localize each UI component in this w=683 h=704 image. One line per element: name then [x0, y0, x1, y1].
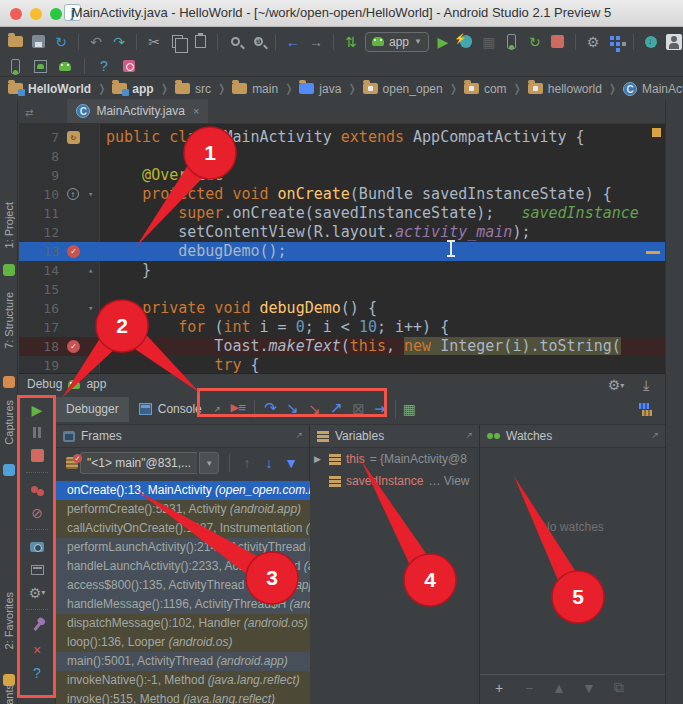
frame-row[interactable]: handleLaunchActivity():2233, ActivityThr… [56, 557, 310, 576]
profile-icon[interactable]: ▦ [480, 33, 498, 51]
frame-row[interactable]: loop():136, Looper (android.os) [56, 633, 310, 652]
android-avd-icon[interactable] [56, 57, 74, 75]
copy-watch-button[interactable]: ⧉ [610, 679, 628, 697]
variable-row[interactable]: ▶this = {MainActivity@8 [310, 448, 479, 470]
resume-button[interactable]: ▶ [27, 401, 47, 418]
mute-breakpoints-button[interactable]: ⊘ [27, 504, 47, 521]
pin-tab-button[interactable] [27, 618, 47, 635]
variable-row[interactable]: savedInstance… View [310, 470, 479, 492]
float-panel-icon[interactable]: ↗ [465, 430, 473, 440]
breadcrumb-item-src[interactable]: src [175, 82, 211, 96]
filter-frames-icon[interactable]: ▼ [282, 454, 300, 472]
breadcrumb-item-mainactivity[interactable]: CMainActivity [623, 82, 683, 96]
synchronize-icon[interactable]: ↻ [52, 33, 70, 51]
add-watch-button[interactable]: + [490, 679, 508, 697]
run-to-cursor-icon[interactable]: ⇥ [369, 399, 391, 419]
gradle-sync-icon[interactable] [642, 33, 660, 51]
code-line-14[interactable]: 14▴ } [19, 261, 665, 280]
frame-up-icon[interactable]: ↑ [238, 454, 256, 472]
tool-button-build-variants[interactable]: Build Variants [3, 684, 15, 704]
frame-row[interactable]: invoke():515, Method (java.lang.reflect) [56, 690, 310, 704]
code-line-16[interactable]: 16▾ private void debugDemo() { [19, 299, 665, 318]
remove-watch-button[interactable]: − [520, 679, 538, 697]
threads-view-icon[interactable] [633, 399, 655, 419]
run-icon[interactable]: ▶ [434, 33, 452, 51]
breadcrumb-item-open_open[interactable]: open_open [363, 82, 443, 96]
frame-row[interactable]: handleMessage():1196, ActivityThread$H (… [56, 595, 310, 614]
undo-icon[interactable]: ↶ [87, 33, 105, 51]
close-tab-icon[interactable]: × [193, 105, 199, 117]
breadcrumb-item-com[interactable]: com [464, 82, 507, 96]
step-over-icon[interactable]: ↷ [259, 399, 281, 419]
tab-mainactivity-java[interactable]: C MainActivity.java × [67, 99, 208, 123]
thread-selector[interactable]: "<1> main"@831,... [80, 452, 197, 474]
code-line-15[interactable]: 15 [19, 280, 665, 299]
copy-icon[interactable] [168, 33, 186, 51]
line-ordering-icon[interactable]: ⇅ [342, 33, 360, 51]
view-breakpoints-button[interactable] [27, 481, 47, 498]
tab-console[interactable]: Console [129, 397, 212, 422]
pause-button[interactable] [27, 424, 47, 441]
frame-row[interactable]: callActivityOnCreate():1087, Instrumenta… [56, 519, 310, 538]
breadcrumb-item-main[interactable]: main [232, 82, 278, 96]
stop-button[interactable] [27, 447, 47, 464]
float-panel-icon[interactable]: ↗ [295, 430, 303, 440]
help-icon[interactable]: ? [95, 57, 113, 75]
code-line-19[interactable]: 19 try { [19, 356, 665, 373]
code-line-12[interactable]: 12 setContentView(R.layout.activity_main… [19, 223, 665, 242]
frame-row[interactable]: access$800():135, ActivityThread (androi… [56, 576, 310, 595]
code-line-13[interactable]: 13✓ debugDemo(); [19, 242, 665, 261]
move-watch-down-button[interactable]: ▼ [580, 679, 598, 697]
show-execution-point-icon[interactable] [228, 399, 250, 419]
redo-icon[interactable]: ↷ [110, 33, 128, 51]
debug-settings-gear-icon[interactable]: ⚙▾ [607, 376, 625, 394]
code-line-8[interactable]: 8 [19, 147, 665, 166]
breadcrumb-item-app[interactable]: app [112, 82, 153, 96]
find-icon[interactable] [226, 33, 244, 51]
drop-frame-icon[interactable]: ⊠ [347, 399, 369, 419]
code-line-18[interactable]: 18✓ Toast.makeText(this, new Integer(i).… [19, 337, 665, 356]
tool-button-captures[interactable]: Captures [3, 400, 15, 445]
replace-icon[interactable] [249, 33, 267, 51]
tool-button----project[interactable]: 1: Project [3, 202, 15, 248]
title-bar[interactable]: j MainActivity.java - HelloWorld - [~/wo… [0, 0, 683, 27]
breakpoint-icon[interactable]: ✓ [67, 340, 80, 353]
project-tool-icon[interactable] [3, 264, 15, 276]
code-line-9[interactable]: 9 @Override [19, 166, 665, 185]
float-panel-icon[interactable]: ↗ [651, 430, 659, 440]
expand-icon[interactable]: ▶ [314, 454, 324, 464]
attach-device-icon[interactable] [503, 33, 521, 51]
step-into-icon[interactable]: ↘ [281, 399, 303, 419]
captures-tool-icon[interactable] [3, 464, 15, 476]
project-structure-icon[interactable] [607, 33, 625, 51]
float-console-icon[interactable]: ↗ [214, 405, 221, 414]
tab-list-icon[interactable]: ⇄ [25, 107, 33, 118]
breadcrumb-item-java[interactable]: java [299, 82, 341, 96]
avd-manager-icon[interactable] [665, 33, 683, 51]
android-sdk-icon[interactable] [31, 57, 49, 75]
hide-window-icon[interactable]: ⤓ [637, 376, 655, 394]
sdk-manager-icon[interactable]: ⚙ [584, 33, 602, 51]
frame-row[interactable]: onCreate():13, MainActivity (open_open.c… [56, 481, 310, 500]
run-configuration-selector[interactable]: app▼ [365, 32, 429, 52]
save-all-icon[interactable] [29, 33, 47, 51]
screenshot-button[interactable] [27, 538, 47, 555]
screen-record-icon[interactable] [120, 57, 138, 75]
frame-row[interactable]: main():5001, ActivityThread (android.app… [56, 652, 310, 671]
related-symbol-icon[interactable]: ↻ [67, 131, 80, 144]
step-out-icon[interactable]: ↗ [325, 399, 347, 419]
breadcrumb-item-helloworld[interactable]: HelloWorld [8, 82, 91, 96]
evaluate-expression-icon[interactable]: ▦ [400, 400, 418, 418]
stop-icon[interactable] [549, 33, 567, 51]
paste-icon[interactable] [191, 33, 209, 51]
structure-tool-icon[interactable] [3, 376, 15, 388]
back-icon[interactable]: ← [284, 33, 302, 51]
frame-row[interactable]: dispatchMessage():102, Handler (android.… [56, 614, 310, 633]
code-line-17[interactable]: 17 for (int i = 0; i < 10; i++) { [19, 318, 665, 337]
tool-button----structure[interactable]: 7: Structure [3, 292, 15, 349]
frame-row[interactable]: invokeNative():-1, Method (java.lang.ref… [56, 671, 310, 690]
cut-icon[interactable]: ✂ [145, 33, 163, 51]
fold-marker[interactable]: ▾ [88, 299, 93, 318]
android-device-monitor-icon[interactable] [6, 57, 24, 75]
code-editor[interactable]: 7↻public class MainActivity extends AppC… [19, 124, 665, 373]
